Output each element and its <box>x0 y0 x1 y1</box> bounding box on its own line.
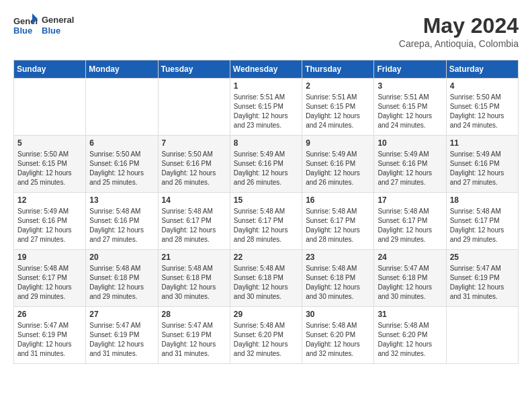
day-number: 26 <box>17 310 82 319</box>
cell-w4-d3: 22Sunrise: 5:48 AM Sunset: 6:18 PM Dayli… <box>230 250 302 307</box>
cell-content: Sunrise: 5:50 AM Sunset: 6:15 PM Dayligh… <box>450 93 515 130</box>
cell-content: Sunrise: 5:50 AM Sunset: 6:16 PM Dayligh… <box>162 150 226 187</box>
cell-w5-d3: 29Sunrise: 5:48 AM Sunset: 6:20 PM Dayli… <box>230 307 302 364</box>
svg-text:Blue: Blue <box>13 26 32 36</box>
cell-w5-d6 <box>446 307 518 364</box>
cell-content: Sunrise: 5:49 AM Sunset: 6:16 PM Dayligh… <box>306 150 370 187</box>
cell-content: Sunrise: 5:49 AM Sunset: 6:16 PM Dayligh… <box>450 150 515 187</box>
logo-line2: Blue <box>42 26 74 36</box>
day-number: 23 <box>306 253 370 262</box>
logo-line1: General <box>42 15 74 26</box>
cell-w1-d3: 1Sunrise: 5:51 AM Sunset: 6:15 PM Daylig… <box>230 79 302 136</box>
cell-w4-d6: 25Sunrise: 5:47 AM Sunset: 6:19 PM Dayli… <box>446 250 518 307</box>
day-number: 25 <box>450 253 515 262</box>
cell-w1-d2 <box>158 79 230 136</box>
cell-w3-d1: 13Sunrise: 5:48 AM Sunset: 6:16 PM Dayli… <box>86 193 158 250</box>
day-number: 14 <box>162 195 226 205</box>
cell-w3-d4: 16Sunrise: 5:48 AM Sunset: 6:17 PM Dayli… <box>302 193 374 250</box>
day-number: 10 <box>378 138 442 148</box>
cell-w3-d3: 15Sunrise: 5:48 AM Sunset: 6:17 PM Dayli… <box>230 193 302 250</box>
day-number: 15 <box>234 195 298 205</box>
cell-w1-d1 <box>86 79 158 136</box>
col-tuesday: Tuesday <box>158 60 230 79</box>
day-number: 28 <box>162 310 226 319</box>
day-number: 12 <box>17 195 82 205</box>
day-number: 1 <box>234 81 298 91</box>
cell-w3-d5: 17Sunrise: 5:48 AM Sunset: 6:17 PM Dayli… <box>374 193 446 250</box>
cell-w2-d2: 7Sunrise: 5:50 AM Sunset: 6:16 PM Daylig… <box>158 136 230 193</box>
cell-content: Sunrise: 5:48 AM Sunset: 6:18 PM Dayligh… <box>306 264 370 302</box>
day-number: 17 <box>378 195 442 205</box>
cell-w5-d5: 31Sunrise: 5:48 AM Sunset: 6:20 PM Dayli… <box>374 307 446 364</box>
cell-content: Sunrise: 5:47 AM Sunset: 6:19 PM Dayligh… <box>450 264 515 302</box>
page-header: General Blue General Blue May 2024 Carep… <box>13 13 519 49</box>
day-number: 27 <box>89 310 154 319</box>
month-title: May 2024 <box>399 13 519 38</box>
cell-content: Sunrise: 5:48 AM Sunset: 6:20 PM Dayligh… <box>306 321 370 359</box>
week-row-4: 19Sunrise: 5:48 AM Sunset: 6:17 PM Dayli… <box>14 250 519 307</box>
day-number: 8 <box>234 138 298 148</box>
cell-w2-d4: 9Sunrise: 5:49 AM Sunset: 6:16 PM Daylig… <box>302 136 374 193</box>
logo: General Blue General Blue <box>13 13 74 38</box>
cell-content: Sunrise: 5:48 AM Sunset: 6:17 PM Dayligh… <box>450 207 515 244</box>
cell-w3-d0: 12Sunrise: 5:49 AM Sunset: 6:16 PM Dayli… <box>14 193 86 250</box>
cell-content: Sunrise: 5:51 AM Sunset: 6:15 PM Dayligh… <box>234 93 298 130</box>
cell-w1-d6: 4Sunrise: 5:50 AM Sunset: 6:15 PM Daylig… <box>446 79 518 136</box>
cell-content: Sunrise: 5:48 AM Sunset: 6:18 PM Dayligh… <box>89 264 154 302</box>
cell-w4-d0: 19Sunrise: 5:48 AM Sunset: 6:17 PM Dayli… <box>14 250 86 307</box>
day-number: 6 <box>89 138 154 148</box>
col-sunday: Sunday <box>14 60 86 79</box>
cell-w1-d5: 3Sunrise: 5:51 AM Sunset: 6:15 PM Daylig… <box>374 79 446 136</box>
col-wednesday: Wednesday <box>230 60 302 79</box>
cell-content: Sunrise: 5:48 AM Sunset: 6:20 PM Dayligh… <box>378 321 442 359</box>
cell-content: Sunrise: 5:48 AM Sunset: 6:17 PM Dayligh… <box>306 207 370 244</box>
day-number: 31 <box>378 310 442 319</box>
cell-content: Sunrise: 5:47 AM Sunset: 6:18 PM Dayligh… <box>378 264 442 302</box>
cell-content: Sunrise: 5:48 AM Sunset: 6:18 PM Dayligh… <box>162 264 226 302</box>
cell-w5-d1: 27Sunrise: 5:47 AM Sunset: 6:19 PM Dayli… <box>86 307 158 364</box>
week-row-1: 1Sunrise: 5:51 AM Sunset: 6:15 PM Daylig… <box>14 79 519 136</box>
week-row-2: 5Sunrise: 5:50 AM Sunset: 6:15 PM Daylig… <box>14 136 519 193</box>
cell-content: Sunrise: 5:50 AM Sunset: 6:16 PM Dayligh… <box>89 150 154 187</box>
location: Carepa, Antioquia, Colombia <box>399 38 519 49</box>
cell-w3-d2: 14Sunrise: 5:48 AM Sunset: 6:17 PM Dayli… <box>158 193 230 250</box>
cell-content: Sunrise: 5:48 AM Sunset: 6:17 PM Dayligh… <box>17 264 82 302</box>
cell-content: Sunrise: 5:49 AM Sunset: 6:16 PM Dayligh… <box>378 150 442 187</box>
cell-content: Sunrise: 5:47 AM Sunset: 6:19 PM Dayligh… <box>162 321 226 359</box>
cell-w5-d4: 30Sunrise: 5:48 AM Sunset: 6:20 PM Dayli… <box>302 307 374 364</box>
cell-w2-d0: 5Sunrise: 5:50 AM Sunset: 6:15 PM Daylig… <box>14 136 86 193</box>
col-saturday: Saturday <box>446 60 518 79</box>
cell-content: Sunrise: 5:49 AM Sunset: 6:16 PM Dayligh… <box>234 150 298 187</box>
day-number: 22 <box>234 253 298 262</box>
cell-w1-d0 <box>14 79 86 136</box>
cell-content: Sunrise: 5:48 AM Sunset: 6:17 PM Dayligh… <box>378 207 442 244</box>
cell-content: Sunrise: 5:48 AM Sunset: 6:17 PM Dayligh… <box>234 207 298 244</box>
cell-content: Sunrise: 5:48 AM Sunset: 6:16 PM Dayligh… <box>89 207 154 244</box>
day-number: 30 <box>306 310 370 319</box>
cell-content: Sunrise: 5:49 AM Sunset: 6:16 PM Dayligh… <box>17 207 82 244</box>
day-number: 21 <box>162 253 226 262</box>
day-number: 19 <box>17 253 82 262</box>
cell-content: Sunrise: 5:47 AM Sunset: 6:19 PM Dayligh… <box>89 321 154 359</box>
cell-content: Sunrise: 5:50 AM Sunset: 6:15 PM Dayligh… <box>17 150 82 187</box>
cell-w1-d4: 2Sunrise: 5:51 AM Sunset: 6:15 PM Daylig… <box>302 79 374 136</box>
cell-content: Sunrise: 5:51 AM Sunset: 6:15 PM Dayligh… <box>306 93 370 130</box>
logo-icon: General Blue <box>13 13 38 38</box>
day-number: 18 <box>450 195 515 205</box>
day-number: 24 <box>378 253 442 262</box>
col-thursday: Thursday <box>302 60 374 79</box>
title-block: May 2024 Carepa, Antioquia, Colombia <box>399 13 519 49</box>
cell-w4-d2: 21Sunrise: 5:48 AM Sunset: 6:18 PM Dayli… <box>158 250 230 307</box>
day-number: 3 <box>378 81 442 91</box>
calendar-header-row: Sunday Monday Tuesday Wednesday Thursday… <box>14 60 519 79</box>
day-number: 20 <box>89 253 154 262</box>
cell-w5-d2: 28Sunrise: 5:47 AM Sunset: 6:19 PM Dayli… <box>158 307 230 364</box>
day-number: 4 <box>450 81 515 91</box>
cell-w2-d5: 10Sunrise: 5:49 AM Sunset: 6:16 PM Dayli… <box>374 136 446 193</box>
calendar-table: Sunday Monday Tuesday Wednesday Thursday… <box>13 60 519 364</box>
cell-w4-d5: 24Sunrise: 5:47 AM Sunset: 6:18 PM Dayli… <box>374 250 446 307</box>
cell-content: Sunrise: 5:48 AM Sunset: 6:17 PM Dayligh… <box>162 207 226 244</box>
col-monday: Monday <box>86 60 158 79</box>
week-row-3: 12Sunrise: 5:49 AM Sunset: 6:16 PM Dayli… <box>14 193 519 250</box>
day-number: 11 <box>450 138 515 148</box>
